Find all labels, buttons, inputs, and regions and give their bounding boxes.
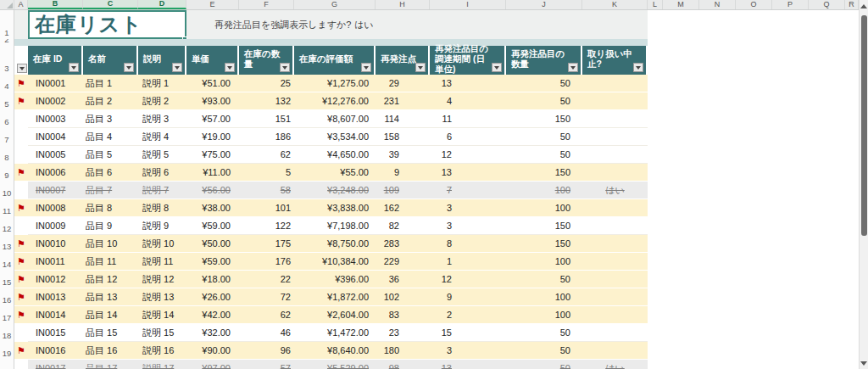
cell-qty[interactable]: 122 bbox=[239, 217, 294, 234]
cell-value[interactable]: ¥10,384.00 bbox=[294, 253, 376, 270]
cell-name[interactable]: 品目 3 bbox=[83, 110, 138, 127]
cell-price[interactable]: ¥18.00 bbox=[186, 271, 239, 288]
cell-reorder[interactable]: 36 bbox=[376, 271, 430, 288]
column-header-P[interactable]: P bbox=[772, 0, 809, 9]
cell-price[interactable]: ¥57.00 bbox=[186, 110, 239, 127]
cell-qty2[interactable]: 150 bbox=[506, 110, 582, 127]
cell-reorder[interactable]: 29 bbox=[376, 75, 430, 92]
cell-qty[interactable]: 151 bbox=[239, 110, 294, 127]
cell-reorder[interactable]: 23 bbox=[376, 324, 430, 341]
cell-name[interactable]: 品目 5 bbox=[83, 146, 138, 163]
cell-value[interactable]: ¥4,650.00 bbox=[294, 146, 376, 163]
cell-disc[interactable] bbox=[582, 342, 648, 359]
cell-value[interactable]: ¥7,198.00 bbox=[294, 217, 376, 234]
row-header-12[interactable]: 12 bbox=[0, 217, 14, 235]
cell-qty[interactable]: 62 bbox=[239, 306, 294, 323]
column-header-C[interactable]: C bbox=[83, 0, 138, 9]
scroll-up-icon[interactable] bbox=[860, 0, 868, 12]
cell-desc[interactable]: 説明 11 bbox=[138, 253, 186, 270]
column-title-price[interactable]: 単価 bbox=[186, 46, 239, 75]
cell-disc[interactable]: はい bbox=[582, 360, 648, 369]
cell-qty2[interactable]: 150 bbox=[506, 164, 582, 181]
cell-qty[interactable]: 186 bbox=[239, 128, 294, 145]
cell-desc[interactable]: 説明 3 bbox=[138, 110, 186, 127]
cell-name[interactable]: 品目 14 bbox=[83, 306, 138, 323]
cell-qty[interactable]: 62 bbox=[239, 146, 294, 163]
filter-dropdown-icon[interactable] bbox=[225, 63, 235, 72]
cell-value[interactable]: ¥1,872.00 bbox=[294, 288, 376, 305]
cell-qty2[interactable]: 50 bbox=[506, 92, 582, 109]
cell-lead[interactable]: 3 bbox=[430, 342, 506, 359]
cell-reorder[interactable]: 162 bbox=[376, 199, 430, 216]
cell-value[interactable]: ¥8,607.00 bbox=[294, 110, 376, 127]
cell-price[interactable]: ¥38.00 bbox=[186, 199, 239, 216]
cell-value[interactable]: ¥12,276.00 bbox=[294, 92, 376, 109]
filter-dropdown-icon[interactable] bbox=[69, 63, 79, 72]
cell-qty[interactable]: 132 bbox=[239, 92, 294, 109]
row-header-10[interactable]: 10 bbox=[0, 182, 14, 199]
cell-name[interactable]: 品目 7 bbox=[83, 182, 138, 198]
cell-name[interactable]: 品目 8 bbox=[83, 199, 138, 216]
cell-qty[interactable]: 175 bbox=[239, 235, 294, 252]
cell-id[interactable]: IN0002 bbox=[28, 92, 83, 109]
cell-value[interactable]: ¥3,248.00 bbox=[294, 182, 376, 198]
cell-desc[interactable]: 説明 13 bbox=[138, 288, 186, 305]
column-header-Q[interactable]: Q bbox=[809, 0, 845, 9]
cell-disc[interactable] bbox=[582, 217, 648, 234]
filter-dropdown-icon[interactable] bbox=[17, 64, 27, 73]
cell-qty[interactable]: 22 bbox=[239, 271, 294, 288]
cell-reorder[interactable]: 229 bbox=[376, 253, 430, 270]
column-header-L[interactable]: L bbox=[648, 0, 663, 9]
cell-reorder[interactable]: 102 bbox=[376, 288, 430, 305]
cell-id[interactable]: IN0010 bbox=[28, 235, 83, 252]
cell-id[interactable]: IN0015 bbox=[28, 324, 83, 341]
cell-lead[interactable]: 2 bbox=[430, 306, 506, 323]
cell-price[interactable]: ¥11.00 bbox=[186, 164, 239, 181]
cell-qty2[interactable]: 100 bbox=[506, 182, 582, 198]
cell-desc[interactable]: 説明 16 bbox=[138, 342, 186, 359]
cell-name[interactable]: 品目 12 bbox=[83, 271, 138, 288]
cell-reorder[interactable]: 231 bbox=[376, 92, 430, 109]
cell-desc[interactable]: 説明 9 bbox=[138, 217, 186, 234]
cell-disc[interactable] bbox=[582, 146, 648, 163]
filter-dropdown-icon[interactable] bbox=[280, 63, 290, 72]
cell-reorder[interactable]: 82 bbox=[376, 217, 430, 234]
cell-price[interactable]: ¥19.00 bbox=[186, 128, 239, 145]
row-header-4[interactable]: 4 bbox=[0, 75, 14, 92]
row-header-5[interactable]: 5 bbox=[0, 92, 14, 110]
cell-disc[interactable] bbox=[582, 92, 648, 109]
cell-price[interactable]: ¥97.00 bbox=[186, 360, 239, 369]
cell-disc[interactable] bbox=[582, 324, 648, 341]
column-title-qty[interactable]: 在庫の数量 bbox=[239, 46, 294, 75]
cell-id[interactable]: IN0009 bbox=[28, 217, 83, 234]
cell-disc[interactable] bbox=[582, 164, 648, 181]
cell-lead[interactable]: 7 bbox=[430, 182, 506, 198]
cell-qty[interactable]: 46 bbox=[239, 324, 294, 341]
column-header-R[interactable]: R bbox=[845, 0, 859, 9]
cell-disc[interactable] bbox=[582, 271, 648, 288]
cell-lead[interactable]: 11 bbox=[430, 110, 506, 127]
cell-id[interactable]: IN0013 bbox=[28, 288, 83, 305]
cell-price[interactable]: ¥42.00 bbox=[186, 306, 239, 323]
cell-disc[interactable]: はい bbox=[582, 182, 648, 198]
cell-id[interactable]: IN0007 bbox=[28, 182, 83, 198]
cell-qty2[interactable]: 50 bbox=[506, 75, 582, 92]
cell-id[interactable]: IN0006 bbox=[28, 164, 83, 181]
cell-lead[interactable]: 1 bbox=[430, 253, 506, 270]
column-header-G[interactable]: G bbox=[294, 0, 376, 9]
row-header-9[interactable]: 9 bbox=[0, 164, 14, 182]
row-header-17[interactable]: 17 bbox=[0, 306, 14, 324]
cell-name[interactable]: 品目 9 bbox=[83, 217, 138, 234]
filter-dropdown-icon[interactable] bbox=[172, 63, 182, 72]
cell-lead[interactable]: 12 bbox=[430, 146, 506, 163]
cell-qty[interactable]: 101 bbox=[239, 199, 294, 216]
cell-id[interactable]: IN0003 bbox=[28, 110, 83, 127]
filter-dropdown-icon[interactable] bbox=[124, 63, 134, 72]
cell-qty2[interactable]: 100 bbox=[506, 199, 582, 216]
cell-reorder[interactable]: 9 bbox=[376, 164, 430, 181]
column-header-B[interactable]: B bbox=[28, 0, 83, 9]
cell-id[interactable]: IN0001 bbox=[28, 75, 83, 92]
cell-id[interactable]: IN0005 bbox=[28, 146, 83, 163]
filter-dropdown-icon[interactable] bbox=[415, 63, 426, 72]
column-title-qty2[interactable]: 再発注品目の数量 bbox=[506, 46, 582, 75]
